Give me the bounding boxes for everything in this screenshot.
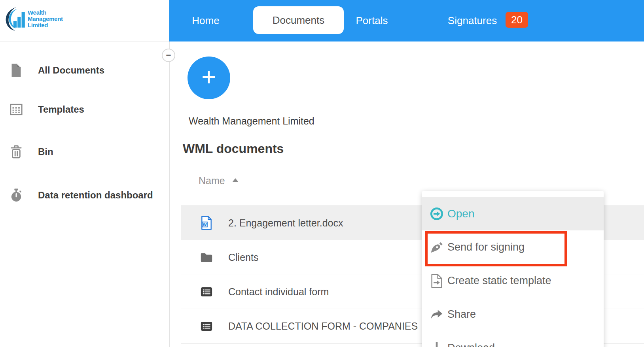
word-file-icon: W (200, 216, 213, 230)
column-header-name[interactable]: Name (199, 175, 239, 187)
svg-text:W: W (203, 222, 207, 227)
sidebar-item-data-retention[interactable]: Data retention dashboard (9, 183, 161, 207)
sidebar: All Documents Templates Bin (0, 41, 169, 347)
menu-item-label: Share (447, 308, 476, 321)
template-icon (9, 103, 23, 116)
document-arrow-icon (430, 274, 443, 288)
menu-item-create-static-template[interactable]: Create static template (422, 264, 604, 298)
download-icon (430, 341, 443, 347)
menu-item-share[interactable]: Share (422, 298, 604, 331)
sidebar-item-label: Data retention dashboard (38, 190, 153, 201)
logo-line: Management (28, 16, 63, 22)
pen-nib-icon (430, 241, 443, 254)
app-window: Wealth Management Limited Home Documents… (0, 0, 644, 347)
company-logo[interactable]: Wealth Management Limited (4, 7, 63, 31)
menu-item-label: Send for signing (447, 241, 525, 253)
logo-line: Wealth (28, 9, 63, 16)
logo-icon (4, 7, 26, 31)
sidebar-item-label: Templates (38, 104, 84, 115)
menu-item-download[interactable]: Download (422, 331, 604, 347)
top-nav: Home Documents Portals Signatures 20 (169, 0, 644, 41)
account-name-label: Wealth Management Limited (189, 115, 314, 127)
row-label: 2. Engagement letter.docx (228, 217, 343, 229)
row-label: DATA COLLECTION FORM - COMPANIES (228, 321, 418, 332)
sidebar-divider (169, 41, 170, 347)
menu-item-open[interactable]: Open (422, 197, 604, 230)
sidebar-item-templates[interactable]: Templates (9, 98, 161, 121)
menu-item-label: Download (447, 342, 495, 347)
sidebar-collapse-button[interactable]: − (162, 49, 175, 62)
sidebar-item-bin[interactable]: Bin (9, 140, 161, 164)
document-icon (9, 63, 23, 77)
column-header-label: Name (199, 175, 225, 187)
nav-signatures[interactable]: Signatures (441, 0, 504, 41)
sidebar-item-label: All Documents (38, 65, 104, 76)
page-title: WML documents (183, 141, 284, 156)
plus-icon: + (201, 62, 216, 92)
menu-item-label: Create static template (447, 275, 551, 287)
logo-wordmark: Wealth Management Limited (28, 9, 63, 28)
sort-ascending-icon (232, 178, 239, 182)
folder-icon (200, 252, 213, 263)
nav-portals[interactable]: Portals (348, 0, 396, 41)
menu-item-label: Open (447, 207, 475, 220)
signatures-count-badge: 20 (506, 12, 528, 28)
sidebar-item-all-documents[interactable]: All Documents (9, 58, 161, 82)
minus-icon: − (166, 50, 171, 60)
nav-documents-active-tab[interactable]: Documents (253, 6, 344, 34)
form-icon (200, 321, 213, 332)
share-arrow-icon (430, 309, 443, 320)
stopwatch-icon (9, 188, 23, 202)
form-icon (200, 287, 213, 297)
trash-icon (9, 145, 23, 159)
row-label: Contact individual form (228, 286, 329, 298)
sidebar-item-label: Bin (38, 146, 53, 157)
sidebar-header: Wealth Management Limited (0, 0, 169, 41)
row-label: Clients (228, 252, 258, 263)
open-circle-arrow-icon (430, 207, 443, 221)
nav-home[interactable]: Home (186, 0, 225, 41)
context-menu: Open Send for signing Create static te (422, 191, 604, 347)
menu-item-send-for-signing[interactable]: Send for signing (422, 230, 604, 264)
logo-line: Limited (28, 22, 63, 28)
add-document-button[interactable]: + (188, 57, 230, 99)
